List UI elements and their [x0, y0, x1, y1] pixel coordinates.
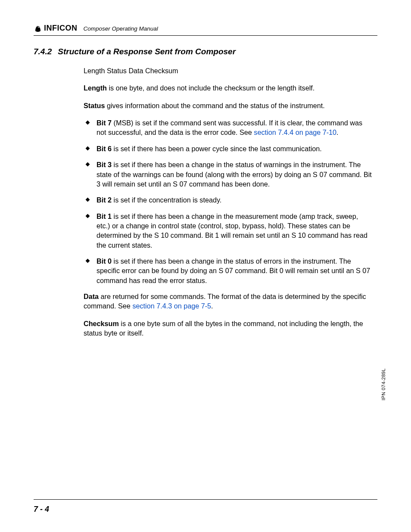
- bit-text-after: .: [336, 128, 339, 136]
- document-title: Composer Operating Manual: [84, 25, 158, 32]
- section-title: Structure of a Response Sent from Compos…: [58, 47, 236, 56]
- svg-point-1: [38, 26, 39, 27]
- crossref-link[interactable]: section 7.4.3 on page 7-5: [132, 302, 211, 310]
- bit-label: Bit 0: [97, 257, 112, 265]
- brand-logo: INFICON: [34, 24, 78, 33]
- document-ipn-code: IPN 074-289L: [381, 368, 386, 401]
- data-text-before: are returned for some commands. The form…: [84, 292, 366, 310]
- length-paragraph: Length is one byte, and does not include…: [84, 83, 373, 93]
- list-item: Bit 0 is set if there has been a change …: [84, 256, 373, 285]
- page-number: 7 - 4: [34, 505, 377, 514]
- data-label: Data: [84, 292, 99, 300]
- bit-text: is set if there has been a change in the…: [97, 161, 372, 188]
- intro-line: Length Status Data Checksum: [84, 66, 373, 75]
- length-text: is one byte, and does not include the ch…: [107, 84, 314, 92]
- body-content: Length Status Data Checksum Length is on…: [34, 66, 377, 338]
- list-item: Bit 6 is set if there has been a power c…: [84, 144, 373, 153]
- bit-label: Bit 6: [97, 145, 112, 152]
- checksum-label: Checksum: [84, 320, 119, 327]
- list-item: Bit 3 is set if there has been a change …: [84, 160, 373, 189]
- bit-label: Bit 7: [97, 119, 112, 127]
- bits-list: Bit 7 (MSB) is set if the command sent w…: [84, 118, 373, 285]
- status-label: Status: [84, 102, 105, 109]
- status-paragraph: Status gives information about the comma…: [84, 101, 373, 110]
- bit-text: is set if there has been a change in the…: [97, 212, 367, 249]
- section-heading: 7.4.2 Structure of a Response Sent from …: [34, 47, 377, 56]
- page-footer: 7 - 4: [34, 499, 377, 514]
- document-page: INFICON Composer Operating Manual 7.4.2 …: [0, 0, 411, 532]
- bit-text: is set if there has been a power cycle s…: [112, 145, 322, 152]
- bit-label: Bit 2: [97, 196, 112, 204]
- bit-text: is set if the concentration is steady.: [112, 196, 221, 204]
- footer-rule: [34, 499, 377, 500]
- list-item: Bit 1 is set if there has been a change …: [84, 212, 373, 250]
- data-paragraph: Data are returned for some commands. The…: [84, 292, 373, 311]
- bit-label: Bit 3: [97, 161, 112, 168]
- page-header: INFICON Composer Operating Manual: [34, 24, 377, 36]
- data-text-after: .: [211, 302, 213, 310]
- crossref-link[interactable]: section 7.4.4 on page 7-10: [254, 128, 336, 136]
- checksum-paragraph: Checksum is a one byte sum of all the by…: [84, 319, 373, 338]
- bit-label: Bit 1: [97, 212, 112, 220]
- section-number: 7.4.2: [34, 47, 52, 56]
- bit-text: is set if there has been a change in the…: [97, 257, 370, 284]
- status-text: gives information about the command and …: [105, 102, 324, 109]
- list-item: Bit 7 (MSB) is set if the command sent w…: [84, 118, 373, 137]
- inficon-mark-icon: [34, 24, 42, 33]
- brand-name: INFICON: [44, 24, 78, 33]
- length-label: Length: [84, 84, 107, 92]
- list-item: Bit 2 is set if the concentration is ste…: [84, 195, 373, 205]
- checksum-text: is a one byte sum of all the bytes in th…: [84, 320, 363, 337]
